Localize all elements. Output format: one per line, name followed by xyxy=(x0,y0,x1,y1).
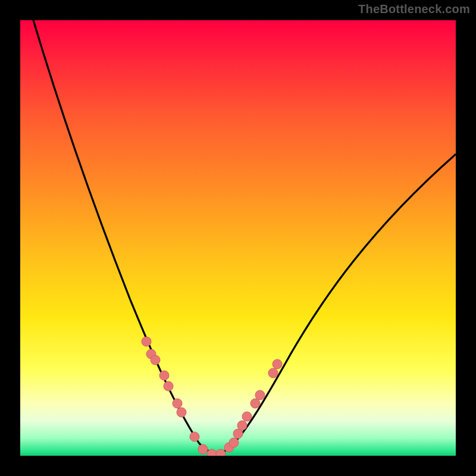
marker-dot xyxy=(151,355,160,365)
plot-area xyxy=(20,20,456,456)
marker-dot xyxy=(242,412,252,421)
marker-dot xyxy=(164,381,173,391)
marker-dot xyxy=(268,368,278,378)
curve-layer xyxy=(20,20,456,456)
marker-dot xyxy=(233,429,243,439)
marker-dot xyxy=(273,359,282,369)
marker-dot xyxy=(237,421,247,430)
marker-dot xyxy=(198,444,208,454)
marker-dot xyxy=(229,438,239,447)
bottleneck-curve xyxy=(33,20,456,453)
watermark-text: TheBottleneck.com xyxy=(358,2,470,16)
marker-dot xyxy=(177,408,186,417)
marker-dot xyxy=(250,399,260,408)
marker-dot xyxy=(173,399,182,408)
marker-dot xyxy=(255,390,265,400)
marker-dot xyxy=(190,432,199,441)
outer-frame: TheBottleneck.com xyxy=(0,0,476,476)
marker-dot xyxy=(142,337,151,346)
marker-group xyxy=(142,337,282,456)
marker-dot xyxy=(159,371,169,380)
marker-dot xyxy=(207,449,217,456)
marker-dot xyxy=(216,449,226,456)
